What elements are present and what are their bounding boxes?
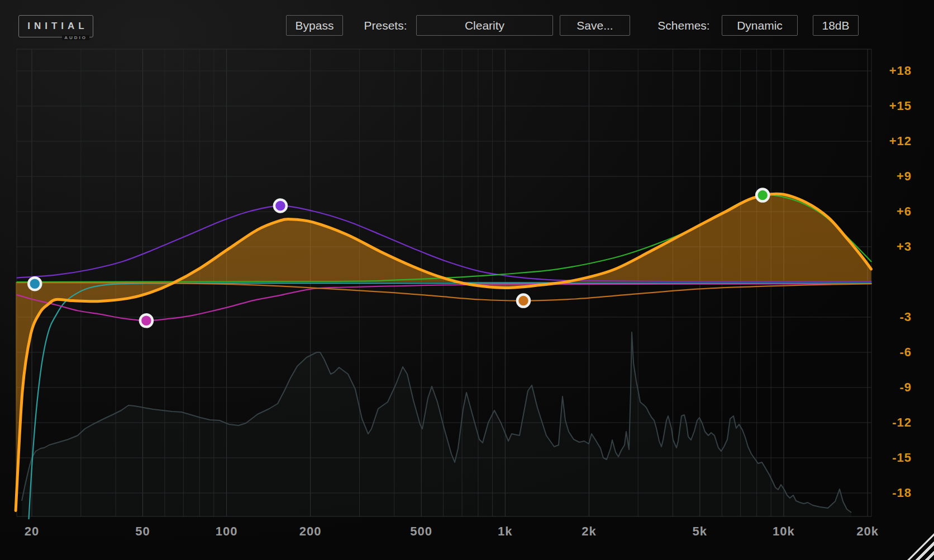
eq-node-himid-bell[interactable] xyxy=(517,295,530,307)
eq-node-low-bell[interactable] xyxy=(140,314,153,327)
eq-plugin-window: INITIAL AUDIO Bypass Presets: Clearity S… xyxy=(0,0,934,560)
eq-graph xyxy=(0,0,934,560)
eq-node-mid-bell[interactable] xyxy=(274,200,287,212)
eq-node-highpass[interactable] xyxy=(28,277,41,290)
eq-node-high-bell[interactable] xyxy=(756,189,769,202)
spectrum-fill xyxy=(22,332,851,516)
